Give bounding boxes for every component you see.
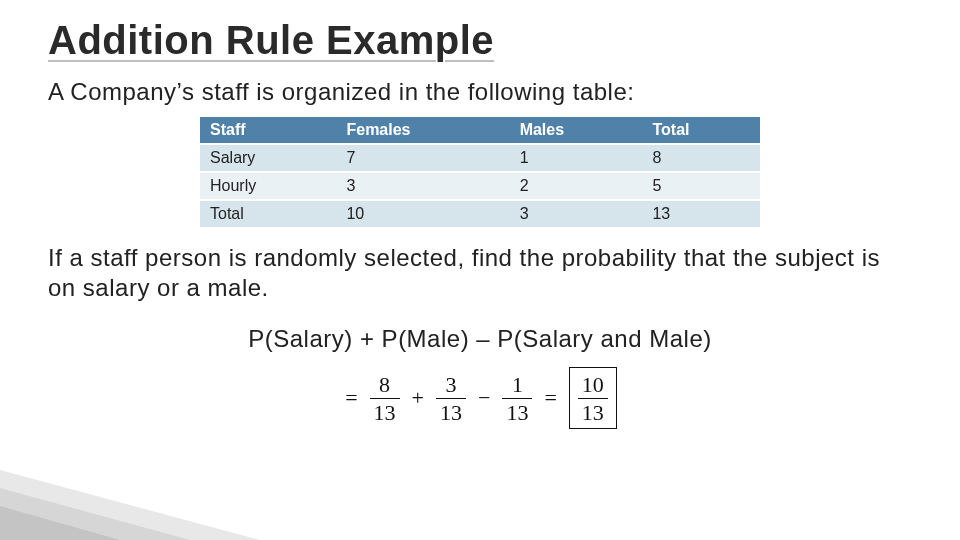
fraction-3: 1 13 bbox=[502, 373, 532, 424]
cell: 5 bbox=[642, 172, 760, 200]
numerator: 3 bbox=[442, 373, 461, 398]
staff-table: Staff Females Males Total Salary 7 1 8 H… bbox=[200, 117, 760, 229]
fraction-1: 8 13 bbox=[370, 373, 400, 424]
table-row: Hourly 3 2 5 bbox=[200, 172, 760, 200]
decorative-wedge bbox=[0, 450, 260, 540]
plus-sign: + bbox=[410, 385, 426, 411]
cell: Total bbox=[200, 200, 336, 228]
table-row: Salary 7 1 8 bbox=[200, 144, 760, 172]
equals-sign: = bbox=[542, 385, 558, 411]
cell: 3 bbox=[510, 200, 643, 228]
intro-text: A Company’s staff is organized in the fo… bbox=[48, 77, 912, 107]
table-row: Total 10 3 13 bbox=[200, 200, 760, 228]
cell: 8 bbox=[642, 144, 760, 172]
denominator: 13 bbox=[436, 398, 466, 424]
formula-text: P(Salary) + P(Male) – P(Salary and Male) bbox=[48, 325, 912, 353]
cell: 13 bbox=[642, 200, 760, 228]
cell: 7 bbox=[336, 144, 509, 172]
col-total: Total bbox=[642, 117, 760, 144]
denominator: 13 bbox=[502, 398, 532, 424]
denominator: 13 bbox=[578, 398, 608, 424]
cell: Salary bbox=[200, 144, 336, 172]
cell: 10 bbox=[336, 200, 509, 228]
cell: 3 bbox=[336, 172, 509, 200]
slide: Addition Rule Example A Company’s staff … bbox=[0, 0, 960, 540]
denominator: 13 bbox=[370, 398, 400, 424]
numerator: 10 bbox=[578, 373, 608, 398]
numerator: 8 bbox=[375, 373, 394, 398]
question-text: If a staff person is randomly selected, … bbox=[48, 243, 912, 303]
page-title: Addition Rule Example bbox=[48, 18, 912, 63]
fraction-result: 10 13 bbox=[578, 373, 608, 424]
col-males: Males bbox=[510, 117, 643, 144]
minus-sign: − bbox=[476, 385, 492, 411]
table-header-row: Staff Females Males Total bbox=[200, 117, 760, 144]
cell: 1 bbox=[510, 144, 643, 172]
equals-sign: = bbox=[343, 385, 359, 411]
numerator: 1 bbox=[508, 373, 527, 398]
cell: Hourly bbox=[200, 172, 336, 200]
result-box: 10 13 bbox=[569, 367, 617, 429]
col-staff: Staff bbox=[200, 117, 336, 144]
cell: 2 bbox=[510, 172, 643, 200]
equation: = 8 13 + 3 13 − 1 13 = 10 13 bbox=[48, 367, 912, 429]
col-females: Females bbox=[336, 117, 509, 144]
fraction-2: 3 13 bbox=[436, 373, 466, 424]
